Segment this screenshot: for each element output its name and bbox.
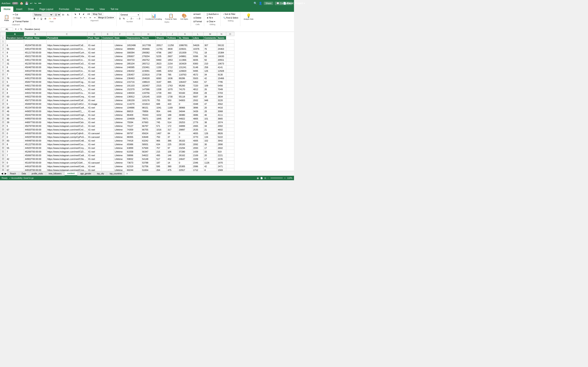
cell-F27[interactable]: Lifetime [114,135,126,139]
prev-sheet-button[interactable]: ◀ [0,172,4,175]
cell-H3[interactable]: 359466 [141,47,155,51]
cell-L11[interactable]: 5503 [192,76,203,80]
cell-C24[interactable]: https://www.instagram.com/reel/Cs30EWhM8… [47,124,87,128]
cell-I5[interactable]: 5235 [155,54,167,58]
cell-A21[interactable]: 53 [6,113,24,117]
clear-button[interactable]: ⊘ Clear ▾ [206,20,219,23]
cell-E24[interactable] [102,124,114,128]
cell-G31[interactable]: 61558 [126,150,141,154]
cell-E32[interactable] [102,154,114,157]
cell-C23[interactable]: https://www.instagram.com/reel/Clshv37De… [47,120,87,124]
cell-G9[interactable]: 246432 [126,69,141,73]
cell-N19[interactable]: 4416 [217,106,226,109]
cell-D4[interactable]: IG reel [87,51,102,54]
cell-C31[interactable]: https://www.instagram.com/reel/CtZIO-uAe… [47,150,87,154]
cell-L19[interactable]: 3896 [192,106,203,109]
font-size-select[interactable]: 11 [53,13,61,17]
header-cell-D[interactable]: Post_Type [87,36,102,40]
cell-L6[interactable]: 6835 [192,58,203,62]
cell-E28[interactable] [102,139,114,142]
cell-H15[interactable]: 133756 [141,91,155,95]
cell-C21[interactable]: https://www.instagram.com/reel/CrgIiKKuO… [47,113,87,117]
cell-J27[interactable]: 37 [167,135,178,139]
zoom-in-button[interactable]: + [285,177,286,179]
cell-B19[interactable]: 45154T00:00:00 [24,106,47,109]
cell-N25[interactable]: 4602 [217,128,226,132]
align-center-button[interactable]: ≡ [79,16,82,19]
cell-B21[interactable]: 45042T00:00:00 [24,113,47,117]
number-format-select[interactable]: General ▾ [120,13,140,17]
cell-H5[interactable]: 278204 [141,54,155,58]
cell-J11[interactable]: 1636 [167,76,178,80]
cell-M23[interactable]: 38 [203,120,217,124]
cell-I22[interactable]: 1845 [155,117,167,120]
col-header-m[interactable]: M [203,32,217,36]
cell-G3[interactable]: 389084 [126,47,141,51]
cell-O3[interactable] [226,47,234,51]
cell-K33[interactable]: 24647 [178,157,192,161]
cell-C27[interactable]: https://www.instagram.com/p/CpPxGiwDNlW/ [47,135,87,139]
cell-J1[interactable] [167,40,178,43]
cell-A25[interactable]: 67 [6,128,24,132]
cell-C17[interactable]: https://www.instagram.com/reel/Cstfe0ota… [47,99,87,102]
cell-L30[interactable]: 2093 [192,146,203,150]
cell-E16[interactable] [102,95,114,99]
cell-J5[interactable]: 2607 [167,54,178,58]
cell-F34[interactable]: Lifetime [114,161,126,165]
header-cell-I[interactable]: Shares [155,36,167,40]
cell-D31[interactable]: IG reel [87,150,102,154]
cell-M9[interactable]: 126 [203,69,217,73]
analyse-data-button[interactable]: 💡 Analyse Data [242,13,255,21]
cell-A26[interactable]: 0 [6,132,24,135]
cell-N2[interactable]: 59132 [217,43,226,47]
sheet-tab-top-city[interactable]: top_city [94,171,107,176]
cell-I21[interactable]: 1632 [155,113,167,117]
cell-E30[interactable] [102,146,114,150]
cell-L26[interactable]: 4655 [192,132,203,135]
cell-N26[interactable]: 8826 [217,132,226,135]
cell-O24[interactable] [226,124,234,128]
increase-indent-button[interactable]: ⇥ [93,16,96,19]
cell-B29[interactable]: 45122T00:00:00 [24,142,47,146]
cell-B8[interactable]: 45046T00:00:00 [24,66,47,69]
cell-A16[interactable]: 63 [6,95,24,99]
tab-formulas[interactable]: Formulas [56,7,72,12]
cell-G10[interactable]: 235457 [126,73,141,76]
cell-styles-button[interactable]: 🎨 Cell Styles [179,13,190,21]
cell-O15[interactable] [226,91,234,95]
cell-J19[interactable]: 1169 [167,106,178,109]
cell-M22[interactable]: 101 [203,117,217,120]
cell-A24[interactable]: 5 [6,124,24,128]
cell-A11[interactable]: 76 [6,76,24,80]
cell-I33[interactable]: 517 [155,157,167,161]
cell-A9[interactable]: 45 [6,69,24,73]
cell-M5[interactable]: 50 [203,54,217,58]
cell-O32[interactable] [226,154,234,157]
redo-icon[interactable]: ↪ [34,2,36,5]
cell-C4[interactable]: https://www.instagram.com/reel/CurhcYTtH… [47,51,87,54]
cell-L27[interactable]: 3770 [192,135,203,139]
cell-E2[interactable] [102,43,114,47]
cell-H19[interactable]: 98151 [141,106,155,109]
cell-J22[interactable]: 367 [167,117,178,120]
cell-J26[interactable]: 84 [167,132,178,135]
cell-F14[interactable]: Lifetime [114,87,126,91]
cell-F28[interactable]: Lifetime [114,139,126,142]
cell-E25[interactable] [102,128,114,132]
cell-M1[interactable] [203,40,217,43]
cell-M27[interactable]: 134 [203,135,217,139]
cell-I14[interactable]: 1338 [155,87,167,91]
find-select-button[interactable]: 🔍 Find & Select [222,16,239,19]
autosave-toggle[interactable]: OFF [12,2,18,4]
cell-A8[interactable]: 8 [6,66,24,69]
cell-reference-input[interactable] [1,27,13,31]
cell-H16[interactable]: 120145 [141,95,155,99]
cell-B13[interactable]: 44921T00:00:00 [24,84,47,87]
cell-F26[interactable]: Lifetime [114,132,126,135]
delete-button[interactable]: ⊖ Delete [192,16,203,19]
header-cell-M[interactable]: Comments [203,36,217,40]
cell-O13[interactable] [226,84,234,87]
cell-K11[interactable]: 89286 [178,76,192,80]
save-icon[interactable]: 💾 [25,2,28,5]
cell-C33[interactable]: https://www.instagram.com/reel/Cl3eVvEDw… [47,157,87,161]
